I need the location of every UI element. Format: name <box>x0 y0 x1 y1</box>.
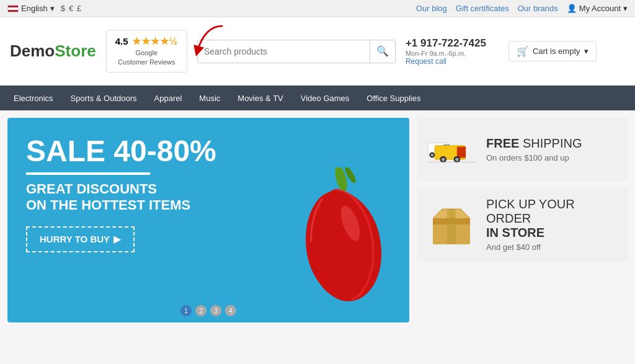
currency-gbp[interactable]: £ <box>77 4 81 13</box>
banner-dot-4[interactable]: 4 <box>225 305 236 316</box>
language-selector[interactable]: English ▾ <box>7 4 55 13</box>
top-bar: English ▾ $ € £ Our blog Gift certificat… <box>0 0 635 17</box>
banner-dot-3[interactable]: 3 <box>210 305 221 316</box>
phone-text: +1 917-722-7425 <box>406 37 486 49</box>
currency-eur[interactable]: € <box>69 4 73 13</box>
shipping-desc: On orders $100 and up <box>486 153 582 162</box>
nav-item-music[interactable]: Music <box>190 86 229 110</box>
reviews-line2: Customer Reviews <box>118 58 175 66</box>
nav-item-apparel[interactable]: Apparel <box>146 86 191 110</box>
header: Demo Store 4.5 ★★★★½ Google Customer Rev… <box>0 17 635 86</box>
reviews-label: Google Customer Reviews <box>118 48 175 68</box>
cart-label: Cart is empty <box>533 47 580 56</box>
search-input[interactable] <box>198 47 370 56</box>
box-icon <box>427 203 476 246</box>
request-call-link[interactable]: Request call <box>406 57 446 66</box>
nav-item-videogames[interactable]: Video Games <box>292 86 358 110</box>
banner-pagination: 1 2 3 4 <box>180 305 236 316</box>
banner-dot-2[interactable]: 2 <box>195 305 206 316</box>
chevron-down-icon: ▾ <box>50 4 55 13</box>
search-bar[interactable]: 🔍 <box>197 40 396 63</box>
contact-info: +1 917-722-7425 Mon-Fr 9a.m.-6p.m. Reque… <box>406 37 499 66</box>
banner-sale-text: SALE 40-80% <box>26 136 216 166</box>
search-button[interactable]: 🔍 <box>370 40 395 63</box>
rating-number: 4.5 <box>115 36 128 47</box>
svg-rect-10 <box>457 146 466 158</box>
pickup-title: PICK UP YOUR ORDER IN STORE <box>486 197 618 240</box>
shipping-trucks-icon <box>427 128 476 171</box>
google-reviews-box: 4.5 ★★★★½ Google Customer Reviews <box>106 30 187 73</box>
phone-number: +1 917-722-7425 <box>406 37 486 50</box>
svg-point-6 <box>431 153 433 156</box>
pickup-title-line: PICK UP YOUR ORDER <box>486 197 575 225</box>
svg-point-14 <box>455 158 458 161</box>
free-shipping-panel: FREE SHIPPING On orders $100 and up <box>417 118 628 181</box>
account-label: My Account <box>579 4 621 13</box>
top-bar-left: English ▾ $ € £ <box>7 4 81 13</box>
banner-desc-line1: GREAT DISCOUNTS <box>26 181 216 197</box>
arrow-right-icon: ▶ <box>113 234 121 245</box>
svg-point-12 <box>442 158 445 161</box>
language-label: English <box>21 4 48 13</box>
cart-chevron-icon: ▾ <box>584 47 588 56</box>
shipping-title-rest: SHIPPING <box>519 136 582 150</box>
my-account-menu[interactable]: 👤 My Account ▾ <box>567 4 628 13</box>
nav-item-sports[interactable]: Sports & Outdoors <box>62 86 146 110</box>
main-content: SALE 40-80% GREAT DISCOUNTS ON THE HOTTE… <box>0 110 635 330</box>
logo-demo: Demo <box>10 42 55 61</box>
chili-image <box>273 167 397 304</box>
gift-certificates-link[interactable]: Gift certificates <box>456 4 509 13</box>
chili-svg <box>273 167 384 304</box>
pickup-title-strong: IN STORE <box>486 226 544 239</box>
brands-link[interactable]: Our brands <box>518 4 558 13</box>
shipping-title: FREE SHIPPING <box>486 136 582 151</box>
currency-selector[interactable]: $ € £ <box>61 4 82 13</box>
reviews-rating: 4.5 ★★★★½ <box>115 35 178 47</box>
promo-sidebar: FREE SHIPPING On orders $100 and up <box>417 118 628 322</box>
svg-rect-19 <box>447 209 456 244</box>
rating-stars: ★★★★½ <box>132 35 178 47</box>
flag-icon <box>7 5 19 12</box>
cart-button[interactable]: 🛒 Cart is empty ▾ <box>508 41 597 61</box>
logo[interactable]: Demo Store <box>10 42 96 61</box>
user-icon: 👤 <box>567 4 577 13</box>
reviews-line1: Google <box>136 49 158 56</box>
pickup-panel-text: PICK UP YOUR ORDER IN STORE And get $40 … <box>486 197 618 252</box>
banner-desc-line2: ON THE HOTTEST ITEMS <box>26 197 216 213</box>
banner-description: GREAT DISCOUNTS ON THE HOTTEST ITEMS <box>26 181 216 214</box>
logo-store: Store <box>55 42 95 61</box>
chevron-down-icon: ▾ <box>623 4 628 13</box>
cart-icon: 🛒 <box>517 45 529 57</box>
nav-item-movies[interactable]: Movies & TV <box>229 86 291 110</box>
shipping-title-strong: FREE <box>486 136 519 150</box>
nav-item-electronics[interactable]: Electronics <box>5 86 62 110</box>
banner-cta-button[interactable]: HURRY TO BUY ▶ <box>26 226 135 252</box>
pickup-desc: And get $40 off <box>486 242 618 252</box>
pickup-panel: PICK UP YOUR ORDER IN STORE And get $40 … <box>417 187 628 262</box>
banner-divider <box>26 172 150 175</box>
banner-content: SALE 40-80% GREAT DISCOUNTS ON THE HOTTE… <box>26 136 216 252</box>
phone-hours: Mon-Fr 9a.m.-6p.m. <box>406 50 466 57</box>
nav-item-officesupplies[interactable]: Office Supplies <box>358 86 429 110</box>
banner-cta-label: HURRY TO BUY <box>40 234 110 244</box>
hero-banner: SALE 40-80% GREAT DISCOUNTS ON THE HOTTE… <box>7 118 409 322</box>
banner-dot-1[interactable]: 1 <box>180 305 192 316</box>
trucks-svg <box>427 133 476 167</box>
main-nav: Electronics Sports & Outdoors Apparel Mu… <box>0 86 635 110</box>
shipping-panel-text: FREE SHIPPING On orders $100 and up <box>486 136 582 162</box>
currency-usd[interactable]: $ <box>61 4 65 13</box>
top-bar-right: Our blog Gift certificates Our brands 👤 … <box>416 4 628 13</box>
blog-link[interactable]: Our blog <box>416 4 447 13</box>
box-svg <box>430 203 473 246</box>
